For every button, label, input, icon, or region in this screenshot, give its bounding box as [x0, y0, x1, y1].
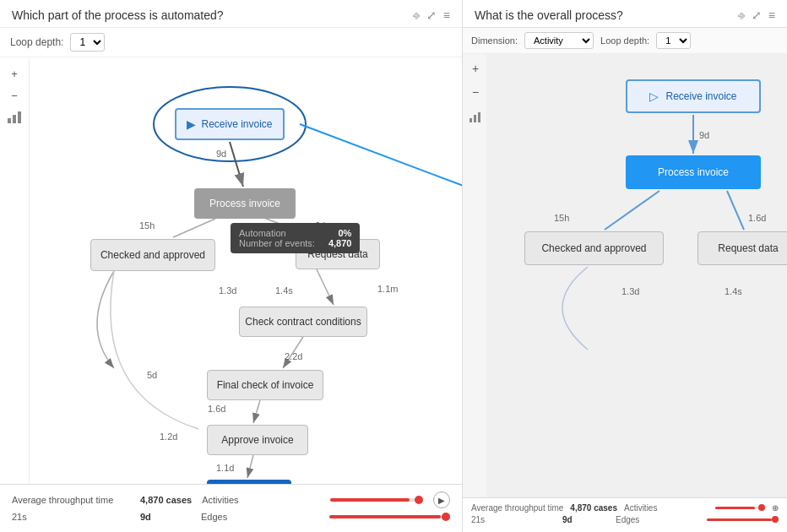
node-check-contract[interactable]: Check contract conditions: [239, 307, 367, 337]
node-approve-invoice[interactable]: Approve invoice: [207, 425, 308, 455]
right-toolbar: Dimension: Activity Resource Loop depth:…: [463, 28, 787, 54]
r-play-icon: ▷: [649, 90, 659, 103]
edge-label-9d: 9d: [216, 149, 226, 159]
node-label: Receive invoice: [201, 118, 272, 130]
r-edge-label-15h: 15h: [554, 213, 569, 223]
menu-icon-right[interactable]: ≡: [768, 8, 775, 22]
r-node-process[interactable]: Process invoice: [626, 155, 761, 189]
edge-label-5d: 5d: [147, 370, 157, 380]
menu-icon[interactable]: ≡: [443, 8, 450, 22]
edges-bar-fill: [329, 515, 441, 518]
r-edges-fill: [707, 518, 772, 521]
edges-bar-track: [329, 515, 450, 518]
left-toolbar: Loop depth: 1 2 3: [0, 28, 462, 57]
stats-row-time: 21s 9d Edges: [12, 512, 450, 522]
dim-select[interactable]: Activity Resource: [524, 32, 594, 49]
chart-button[interactable]: [5, 108, 24, 127]
left-diagram-area: ▶ Receive invoice Process invoice Automa…: [30, 57, 462, 484]
svg-line-8: [173, 219, 215, 237]
r-cases-value: 4,870 cases: [570, 503, 617, 513]
activities-bar-marker: [415, 496, 423, 504]
loop-depth-select[interactable]: 1 2 3: [70, 33, 105, 52]
r-node-label: Process invoice: [658, 166, 729, 178]
r-edge-label-1-6d: 1.6d: [748, 213, 766, 223]
r-activities-label: Activities: [624, 503, 708, 513]
svg-line-21: [605, 191, 659, 230]
r-activities-bar: [715, 507, 765, 509]
left-panel: Which part of the process is automated? …: [0, 0, 463, 532]
tooltip-label-events: Number of events:: [239, 238, 315, 248]
loop-depth-label-right: Loop depth:: [600, 35, 649, 46]
time-value-9d: 9d: [140, 512, 191, 522]
r-avg-label: Average throughput time: [471, 503, 563, 513]
svg-rect-17: [478, 112, 480, 122]
r-edge-label-9d: 9d: [699, 130, 709, 140]
node-label: Checked and approved: [100, 249, 205, 261]
left-title: Which part of the process is automated?: [12, 8, 224, 22]
svg-line-10: [317, 269, 334, 305]
svg-line-4: [300, 124, 462, 197]
node-label: Final check of invoice: [217, 379, 314, 391]
r-right-icon[interactable]: ⊕: [772, 503, 779, 513]
chart-right[interactable]: [466, 108, 485, 127]
expand-icon-right[interactable]: ⤢: [752, 8, 762, 22]
node-pay-invoice[interactable]: Pay invoice: [207, 480, 291, 484]
right-bottom-stats: Average throughput time 4,870 cases Acti…: [463, 497, 787, 532]
node-final-check[interactable]: Final check of invoice: [207, 370, 323, 400]
r-edges-marker: [772, 516, 779, 523]
edge-label-1-4s: 1.4s: [275, 285, 293, 296]
main-container: Which part of the process is automated? …: [0, 0, 787, 532]
r-activities-marker: [758, 504, 765, 511]
share-icon-right[interactable]: ⎆: [738, 8, 745, 22]
r-node-checked[interactable]: Checked and approved: [524, 231, 664, 265]
r-stats-row-time: 21s 9d Edges: [471, 515, 779, 524]
play-stats-button[interactable]: ▶: [433, 491, 450, 508]
r-node-label: Receive invoice: [665, 90, 736, 102]
node-checked-approved[interactable]: Checked and approved: [90, 239, 215, 271]
process-tooltip: Automation 0% Number of events: 4,870: [231, 223, 360, 253]
expand-icon[interactable]: ⤢: [426, 8, 437, 22]
node-receive-invoice[interactable]: ▶ Receive invoice: [175, 108, 285, 140]
svg-rect-15: [469, 118, 472, 122]
edge-label-1-1d: 1.1d: [216, 463, 234, 473]
stats-row-avg: Average throughput time 4,870 cases Acti…: [12, 491, 450, 508]
r-node-receive[interactable]: ▷ Receive invoice: [626, 79, 761, 113]
right-panel: What is the overall process? ⎆ ⤢ ≡ Dimen…: [463, 0, 787, 532]
edges-bar-marker: [442, 513, 450, 521]
r-time2: 9d: [562, 515, 609, 524]
svg-line-13: [247, 455, 253, 478]
right-diagram-svg: [486, 54, 787, 497]
right-content: + −: [463, 54, 787, 497]
tooltip-row-automation: Automation 0%: [239, 228, 351, 238]
node-label: Process invoice: [209, 198, 280, 209]
activities-bar-track: [330, 498, 423, 502]
zoom-in-right[interactable]: +: [466, 59, 485, 78]
left-content: + −: [0, 57, 462, 484]
share-icon[interactable]: ⎆: [413, 8, 420, 22]
loop-depth-select-right[interactable]: 1 2: [656, 32, 691, 49]
zoom-in-button[interactable]: +: [5, 64, 24, 83]
left-sidebar-icons: + −: [0, 57, 30, 484]
svg-line-7: [230, 142, 243, 187]
edge-label-15h: 15h: [139, 220, 155, 231]
node-label: Approve invoice: [221, 434, 293, 446]
tooltip-value-events: 4,870: [328, 238, 352, 248]
zoom-out-button[interactable]: −: [5, 86, 24, 105]
r-edge-label-1-4s: 1.4s: [725, 286, 742, 296]
svg-rect-0: [8, 118, 11, 123]
activities-bar-fill: [330, 498, 409, 502]
cases-value: 4,870 cases: [140, 495, 192, 505]
right-title: What is the overall process?: [475, 8, 623, 22]
avg-label: Average throughput time: [12, 495, 130, 505]
right-diagram-area: ▷ Receive invoice Process invoice Checke…: [486, 54, 787, 497]
svg-rect-1: [13, 115, 16, 123]
svg-line-12: [253, 400, 260, 423]
left-bottom-stats: Average throughput time 4,870 cases Acti…: [0, 484, 462, 532]
svg-rect-16: [474, 115, 476, 122]
zoom-out-right[interactable]: −: [466, 83, 485, 101]
r-edges-label: Edges: [616, 515, 700, 524]
right-header-icons: ⎆ ⤢ ≡: [738, 8, 775, 22]
node-process-invoice[interactable]: Process invoice: [194, 188, 296, 219]
r-node-request[interactable]: Request data: [697, 231, 787, 265]
left-header: Which part of the process is automated? …: [0, 0, 462, 28]
